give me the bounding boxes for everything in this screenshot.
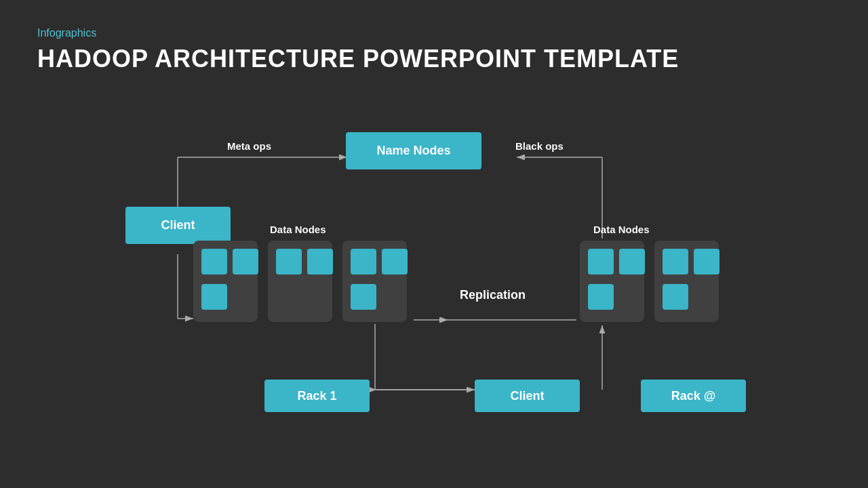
client-top-box: Client — [125, 207, 231, 244]
data-box-3 — [342, 241, 407, 322]
data-square — [619, 249, 645, 274]
data-square — [201, 284, 227, 310]
meta-ops-label: Meta ops — [227, 140, 271, 152]
rack-at-label: Rack @ — [671, 389, 716, 403]
data-square — [276, 249, 302, 274]
rack1-label: Rack 1 — [297, 389, 336, 403]
data-square — [663, 249, 688, 274]
page-title: HADOOP ARCHITECTURE POWERPOINT TEMPLATE — [37, 45, 679, 73]
data-square — [307, 249, 333, 274]
data-box-5 — [654, 241, 719, 322]
data-square — [351, 284, 376, 310]
category-label: Infographics — [37, 27, 679, 39]
data-box-2 — [268, 241, 332, 322]
rack1-box: Rack 1 — [264, 380, 370, 412]
rack-at-box: Rack @ — [641, 380, 746, 412]
data-square — [382, 249, 408, 274]
data-square — [201, 249, 227, 274]
data-square — [588, 284, 614, 310]
data-nodes-left-label: Data Nodes — [270, 224, 326, 235]
replication-label: Replication — [460, 288, 526, 302]
data-box-4 — [580, 241, 644, 322]
client-top-label: Client — [161, 218, 195, 232]
page-header: Infographics HADOOP ARCHITECTURE POWERPO… — [37, 27, 679, 73]
data-square — [351, 249, 376, 274]
data-box-1 — [193, 241, 258, 322]
data-square — [694, 249, 719, 274]
diagram-area: Meta ops Black ops Data Nodes Data Nodes… — [0, 108, 868, 488]
name-nodes-box: Name Nodes — [346, 132, 481, 169]
black-ops-label: Black ops — [515, 140, 564, 152]
name-nodes-label: Name Nodes — [376, 144, 450, 158]
data-square — [588, 249, 614, 274]
client-bottom-label: Client — [510, 389, 544, 403]
data-nodes-right-label: Data Nodes — [593, 224, 650, 235]
data-square — [233, 249, 258, 274]
data-square — [663, 284, 688, 310]
client-bottom-box: Client — [475, 380, 580, 412]
